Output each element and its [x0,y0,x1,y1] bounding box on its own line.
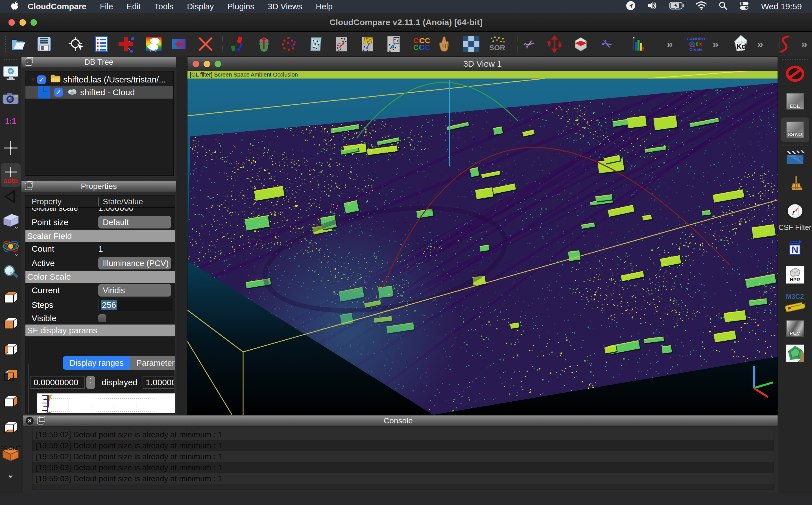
expand-triangle-icon[interactable]: ▼ [30,76,37,83]
screenshot-camera-icon[interactable] [2,92,19,105]
view-maximize-button[interactable] [215,61,221,67]
dock-handle[interactable] [782,59,808,61]
dock-more-chevron[interactable]: ⌄⌄ [7,472,14,477]
csf-filter-label[interactable]: CSF Filter [778,223,811,232]
volume-icon[interactable] [647,1,657,12]
canupo-overflow-chevron[interactable]: » [709,35,721,53]
pick-point-icon[interactable] [67,35,85,53]
search-icon[interactable] [719,1,728,12]
float-panel-icon[interactable] [37,417,44,425]
sra-overflow-chevron[interactable]: » [798,35,809,53]
float-panel-icon[interactable] [25,183,32,190]
console-log[interactable]: [19:59:02] Defaut point size is already … [32,429,774,489]
steps-spinbox[interactable]: 256 [98,299,172,311]
view-top-icon[interactable] [2,290,19,305]
view-back-icon[interactable] [2,368,19,382]
hpr-plugin-icon[interactable]: HPR [786,266,804,284]
normal-arrow-icon[interactable]: N [787,239,803,255]
view-front-icon[interactable] [2,316,19,330]
ssao-filter-icon[interactable]: SSAO [781,118,809,142]
tree-item-root[interactable]: ▼ ✓ shifted.las (/Users/tristan/... [25,73,173,86]
visible-checkbox[interactable] [98,314,106,322]
sor-filter-icon[interactable]: SOR [488,35,506,53]
cloud-mesh-distance-icon[interactable] [359,35,377,53]
interactive-transform-icon[interactable] [546,35,564,53]
view-left-icon[interactable] [2,342,19,356]
properties-list-icon[interactable] [92,35,111,53]
tree-item-cloud[interactable]: ✓ shifted - Cloud [25,86,173,99]
auto-pick-center-icon[interactable]: auto [1,163,21,187]
pick-rotation-center-icon[interactable] [3,140,19,156]
menubar-clock[interactable]: Wed 19:59 [761,2,802,11]
battery-icon[interactable] [669,2,684,12]
subsample-icon[interactable] [279,35,297,53]
register-icon[interactable] [229,35,247,53]
menu-plugins[interactable]: Plugins [220,0,261,13]
tab-parameters[interactable]: Parameters [128,356,175,370]
bounding-box-icon[interactable]: ⌄ [2,212,19,228]
db-tree-header[interactable]: DB Tree [21,56,177,68]
perspective-toggle-icon[interactable] [3,189,19,204]
3d-viewport[interactable] [187,78,778,415]
view-bottom-icon[interactable] [2,420,19,435]
cross-section-icon[interactable] [572,35,590,53]
view-right-icon[interactable] [2,394,19,408]
view-close-button[interactable] [193,61,199,67]
zoom-1-1-icon[interactable]: 1:1 [5,117,16,126]
console-close-icon[interactable]: ✕ [26,417,34,425]
kdtree-plugin-icon[interactable]: Kd [732,35,750,53]
delete-icon[interactable] [197,35,215,53]
wifi-icon[interactable] [696,1,707,12]
console-header[interactable]: ✕ Console [23,415,778,427]
scissors-segment-icon[interactable]: ✂ [520,35,538,53]
location-icon[interactable] [626,1,635,12]
point-picking-icon[interactable] [118,35,136,53]
zoom-center-icon[interactable] [3,265,19,281]
menu-help[interactable]: Help [309,0,339,13]
compass-plugin-icon[interactable] [786,202,804,220]
fullscreen-display-icon[interactable] [3,65,19,80]
sf-histogram[interactable] [37,393,175,413]
m3c2-plugin-icon[interactable]: M3C2 [782,293,808,313]
toolbar-overflow-chevron[interactable]: » [663,35,675,53]
menu-display[interactable]: Display [180,0,220,13]
apply-transformation-icon[interactable] [170,35,188,53]
canupo-plugin-icon[interactable]: CANUPOCreate [687,35,705,53]
iso-front-view-icon[interactable]: FRONT [2,446,20,462]
menu-tools[interactable]: Tools [148,0,180,13]
subsample-grid-icon[interactable] [462,35,480,53]
histogram-icon[interactable] [629,35,647,53]
range-min-stepper[interactable]: ˆˇ [86,376,95,389]
menu-edit[interactable]: Edit [120,0,148,13]
open-file-icon[interactable] [10,35,28,53]
no-gl-filter-icon[interactable] [785,64,805,83]
clean-broom-icon[interactable] [788,175,802,193]
dock-handle[interactable] [4,59,17,61]
range-min-input[interactable]: 0.00000000 [30,376,85,389]
active-sf-dropdown[interactable]: Illuminance (PCV) [98,257,171,270]
view-minimize-button[interactable] [204,61,210,67]
animation-plugin-icon[interactable] [786,150,805,166]
3d-view-title-bar[interactable]: 3D View 1 [187,57,778,71]
cloud-cloud-distance-icon[interactable] [332,35,350,53]
statistical-test-icon[interactable] [385,35,403,53]
control-center-icon[interactable] [740,1,749,12]
menu-3d-views[interactable]: 3D Views [261,0,309,13]
clone-icon[interactable] [145,35,163,53]
apple-menu-icon[interactable] [11,1,19,12]
menu-file[interactable]: File [93,0,120,13]
color-scale-dropdown[interactable]: Viridis [98,284,171,297]
orbit-mode-icon[interactable]: ⌄ [2,238,19,255]
sra-plugin-icon[interactable] [776,35,794,53]
edl-filter-icon[interactable]: EDL [786,93,804,110]
cloud-visibility-checkbox[interactable]: ✓ [54,88,63,97]
properties-header[interactable]: Properties [21,181,177,192]
kd-overflow-chevron[interactable]: » [754,35,765,53]
save-icon[interactable] [35,35,53,53]
point-size-dropdown[interactable]: Default [98,216,171,228]
menu-app-name[interactable]: CloudCompare [21,2,93,11]
float-panel-icon[interactable] [25,58,32,66]
segment-polyline-icon[interactable]: ✂ [598,35,616,53]
cc-plugin-icon[interactable]: CCCCCCCC [411,35,429,53]
mesh-sampling-icon[interactable] [307,35,325,53]
